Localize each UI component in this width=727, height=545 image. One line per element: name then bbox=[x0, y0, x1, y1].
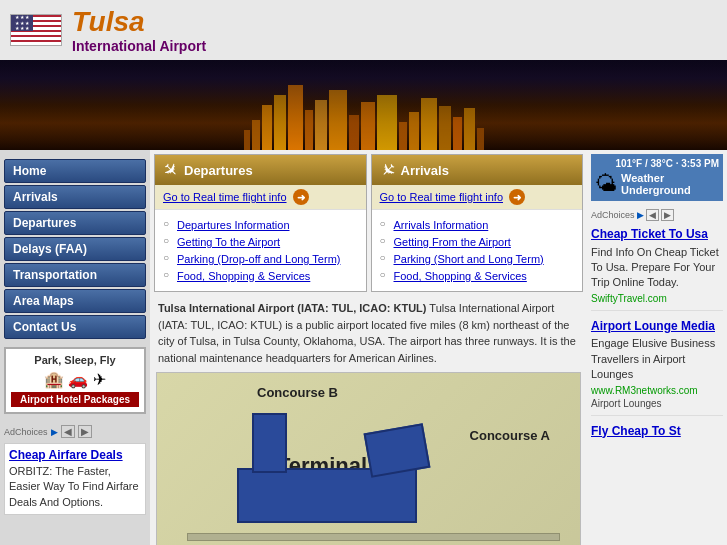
flag-icon: ★★★★★★★★★ bbox=[10, 14, 62, 46]
weather-text-block: Weather Underground bbox=[621, 172, 719, 196]
departures-header: ✈ Departures bbox=[155, 155, 366, 185]
concourse-b-arm bbox=[252, 413, 287, 473]
right-ad-1-title[interactable]: Cheap Ticket To Usa bbox=[591, 227, 723, 243]
right-ad-2: Airport Lounge Media Engage Elusive Busi… bbox=[591, 319, 723, 416]
arrivals-links: ○Arrivals Information ○Getting From the … bbox=[372, 210, 583, 291]
dep-link-3[interactable]: ○Parking (Drop-off and Long Term) bbox=[163, 252, 358, 266]
arrivals-arrow-icon: ➜ bbox=[509, 189, 525, 205]
sidebar-ad-prev[interactable]: ◀ bbox=[61, 425, 75, 438]
right-ad-2-text: Engage Elusive Business Travellers in Ai… bbox=[591, 336, 723, 382]
city-name: Tulsa bbox=[72, 6, 206, 38]
taxiway-1 bbox=[187, 533, 560, 541]
right-ad-choices-label: AdChoices bbox=[591, 210, 635, 220]
dep-link-4[interactable]: ○Food, Shopping & Services bbox=[163, 269, 358, 283]
right-ad-2-url[interactable]: www.RM3networks.com bbox=[591, 385, 723, 396]
sidebar-ad-choices-label: AdChoices bbox=[4, 427, 48, 437]
departures-link-text[interactable]: Go to Real time flight info bbox=[163, 191, 287, 203]
weather-temp: 101°F / 38°C · 3:53 PM bbox=[595, 158, 719, 169]
right-ad-choices-icon: ▶ bbox=[637, 210, 644, 220]
weather-icon: 🌤 bbox=[595, 171, 617, 197]
nav-delays[interactable]: Delays (FAA) bbox=[4, 237, 146, 261]
arrivals-plane-icon: ✈ bbox=[374, 157, 400, 183]
center-content: ✈ Departures Go to Real time flight info… bbox=[150, 150, 587, 545]
nav-arrivals[interactable]: Arrivals bbox=[4, 185, 146, 209]
dep-link-2[interactable]: ○Getting To the Airport bbox=[163, 235, 358, 249]
right-ad-1: Cheap Ticket To Usa Find Info On Cheap T… bbox=[591, 227, 723, 311]
right-ad-1-text: Find Info On Cheap Ticket To Usa. Prepar… bbox=[591, 245, 723, 291]
sidebar-ad: Cheap Airfare Deals ORBITZ: The Faster, … bbox=[4, 443, 146, 515]
airport-map: Concourse B Concourse A Terminal E Apac.… bbox=[156, 372, 581, 545]
sidebar-ad-choices-icon: ▶ bbox=[51, 427, 58, 437]
flight-boxes-row: ✈ Departures Go to Real time flight info… bbox=[154, 154, 583, 292]
arrivals-header: ✈ Arrivals bbox=[372, 155, 583, 185]
banner bbox=[0, 60, 727, 150]
concourse-a-label: Concourse A bbox=[470, 428, 550, 443]
sidebar-ad-choices-bar: AdChoices ▶ ◀ ▶ bbox=[0, 422, 150, 441]
arrivals-link-text[interactable]: Go to Real time flight info bbox=[380, 191, 504, 203]
right-ad-next-btn[interactable]: ▶ bbox=[661, 209, 674, 221]
arr-link-3[interactable]: ○Parking (Short and Long Term) bbox=[380, 252, 575, 266]
airport-subtitle: International Airport bbox=[72, 38, 206, 54]
weather-service[interactable]: Weather Underground bbox=[621, 172, 719, 196]
nav-home[interactable]: Home bbox=[4, 159, 146, 183]
nav-transportation[interactable]: Transportation bbox=[4, 263, 146, 287]
park-title: Park, Sleep, Fly bbox=[11, 354, 139, 366]
arr-link-4[interactable]: ○Food, Shopping & Services bbox=[380, 269, 575, 283]
arrivals-title: Arrivals bbox=[401, 163, 449, 178]
arr-link-2[interactable]: ○Getting From the Airport bbox=[380, 235, 575, 249]
right-ad-3-title[interactable]: Fly Cheap To St bbox=[591, 424, 723, 440]
nav-area-maps[interactable]: Area Maps bbox=[4, 289, 146, 313]
header-text: Tulsa International Airport bbox=[72, 6, 206, 54]
sidebar-ad-next[interactable]: ▶ bbox=[78, 425, 92, 438]
departures-plane-icon: ✈ bbox=[157, 157, 183, 183]
right-ad-1-url[interactable]: SwiftyTravel.com bbox=[591, 293, 723, 304]
sidebar-ad-text: ORBITZ: The Faster, Easier Way To Find A… bbox=[9, 464, 141, 510]
departures-title: Departures bbox=[184, 163, 253, 178]
weather-box: 101°F / 38°C · 3:53 PM 🌤 Weather Undergr… bbox=[591, 154, 723, 201]
right-ad-choices-bar: AdChoices ▶ ◀ ▶ bbox=[591, 207, 723, 223]
departures-links: ○Departures Information ○Getting To the … bbox=[155, 210, 366, 291]
airport-description: Tulsa International Airport (IATA: TUL, … bbox=[156, 298, 581, 368]
header: ★★★★★★★★★ Tulsa International Airport bbox=[0, 0, 727, 60]
departures-realtime-link[interactable]: Go to Real time flight info ➜ bbox=[155, 185, 366, 210]
right-ad-3: Fly Cheap To St bbox=[591, 424, 723, 440]
left-sidebar: Home Arrivals Departures Delays (FAA) Tr… bbox=[0, 150, 150, 545]
main-wrap: Home Arrivals Departures Delays (FAA) Tr… bbox=[0, 150, 727, 545]
park-icons: 🏨 🚗 ✈ bbox=[11, 370, 139, 389]
park-btn[interactable]: Airport Hotel Packages bbox=[11, 392, 139, 407]
right-sidebar: 101°F / 38°C · 3:53 PM 🌤 Weather Undergr… bbox=[587, 150, 727, 545]
weather-info-row: 🌤 Weather Underground bbox=[595, 171, 719, 197]
arrivals-box: ✈ Arrivals Go to Real time flight info ➜… bbox=[371, 154, 584, 292]
right-ad-prev-btn[interactable]: ◀ bbox=[646, 209, 659, 221]
concourse-b-label: Concourse B bbox=[257, 385, 338, 400]
terminal-building bbox=[237, 468, 417, 523]
arrivals-realtime-link[interactable]: Go to Real time flight info ➜ bbox=[372, 185, 583, 210]
nav-departures[interactable]: Departures bbox=[4, 211, 146, 235]
nav-contact[interactable]: Contact Us bbox=[4, 315, 146, 339]
right-ad-2-title[interactable]: Airport Lounge Media bbox=[591, 319, 723, 335]
airport-lounges-label: Airport Lounges bbox=[591, 398, 723, 409]
arr-link-1[interactable]: ○Arrivals Information bbox=[380, 218, 575, 232]
departures-arrow-icon: ➜ bbox=[293, 189, 309, 205]
dep-link-1[interactable]: ○Departures Information bbox=[163, 218, 358, 232]
sidebar-ad-title[interactable]: Cheap Airfare Deals bbox=[9, 448, 141, 462]
departures-box: ✈ Departures Go to Real time flight info… bbox=[154, 154, 367, 292]
park-sleep-fly-box: Park, Sleep, Fly 🏨 🚗 ✈ Airport Hotel Pac… bbox=[4, 347, 146, 414]
